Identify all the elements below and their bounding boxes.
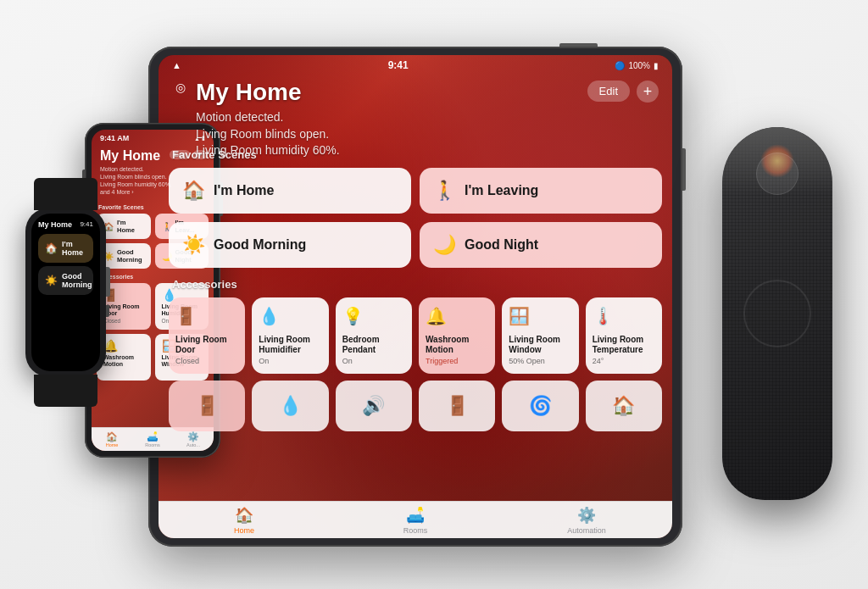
watch-home-label: I'm Home xyxy=(62,240,86,257)
ipad-window-name: Living Room Window xyxy=(509,335,571,355)
watch-side-button[interactable] xyxy=(106,305,109,317)
ipad-humidifier-icon: 💧 xyxy=(259,306,321,326)
ipad-bottom-icon-4: 🚪 xyxy=(446,395,469,417)
watch-tile-im-home[interactable]: 🏠 I'm Home xyxy=(38,234,93,263)
iphone-tab-home-icon: 🏠 xyxy=(106,431,118,442)
ipad-im-leaving-icon: 🚶 xyxy=(433,180,456,202)
ipad-bluetooth-icon: 🔵 xyxy=(615,61,625,70)
iphone-door-name: Living Room Door xyxy=(103,303,144,318)
ipad-acc-pendant[interactable]: 💡 Bedroom Pendant On xyxy=(336,297,412,374)
ipad-im-home-icon: 🏠 xyxy=(182,180,205,202)
ipad-power-button[interactable] xyxy=(682,148,686,191)
ipad-good-night-label: Good Night xyxy=(465,237,538,253)
ipad-pendant-status: On xyxy=(342,357,405,365)
homepod-top-button[interactable] xyxy=(756,153,798,195)
iphone-motion-name: Washroom Motion xyxy=(103,354,144,369)
ipad-good-morning-label: Good Morning xyxy=(214,237,306,253)
watch-band-top xyxy=(34,178,97,210)
ipad-tab-home-label: Home xyxy=(234,526,254,535)
ipad-temp-name: Living Room Temperature xyxy=(593,335,655,355)
ipad: ▲ 9:41 🔵 100% ▮ ◎ My Home Motion detecte… xyxy=(148,47,682,547)
ipad-window-icon: 🪟 xyxy=(509,306,571,326)
ipad-bottom-icon-2: 💧 xyxy=(279,395,302,417)
watch-content: My Home 9:41 🏠 I'm Home ☀️ Good Morning xyxy=(31,214,100,371)
watch-morning-icon: ☀️ xyxy=(45,275,58,286)
ipad-scene-im-leaving[interactable]: 🚶 I'm Leaving xyxy=(420,168,662,214)
watch-header-row: My Home 9:41 xyxy=(38,220,93,229)
ipad-motion-status: Triggered xyxy=(426,357,488,365)
ipad-home-header: My Home Motion detected. Living Room bli… xyxy=(196,79,340,159)
ipad-tab-home-icon: 🏠 xyxy=(235,506,253,525)
ipad-status-left: ▲ xyxy=(172,60,181,70)
ipad-acc-window[interactable]: 🪟 Living Room Window 50% Open xyxy=(502,297,578,374)
ipad-motion-icon: 🔔 xyxy=(426,306,488,326)
ipad-volume-buttons[interactable] xyxy=(559,43,598,47)
ipad-bottom-tile-2[interactable]: 💧 xyxy=(252,381,328,431)
location-icon: ◎ xyxy=(175,81,186,94)
iphone-home-scene-label: I'm Home xyxy=(117,219,144,234)
ipad-temp-status: 24° xyxy=(593,357,655,365)
ipad-im-home-label: I'm Home xyxy=(214,183,274,198)
ipad-bottom-tile-5[interactable]: 🌀 xyxy=(502,381,578,431)
iphone-morning-scene-label: Good Morning xyxy=(117,248,144,264)
ipad-bottom-tile-3[interactable]: 🔊 xyxy=(336,381,412,431)
ipad-acc-motion[interactable]: 🔔 Washroom Motion Triggered xyxy=(419,297,495,374)
ipad-acc-door[interactable]: 🚪 Living Room Door Closed xyxy=(169,297,245,374)
ipad-tab-auto-label: Automation xyxy=(567,526,606,535)
ipad-scene-good-night[interactable]: 🌙 Good Night xyxy=(420,222,662,268)
ipad-bottom-icon-5: 🌀 xyxy=(529,395,552,417)
ipad-subtitle-2: Living Room blinds open. xyxy=(196,126,340,143)
iphone-tab-home-label: Home xyxy=(106,442,119,447)
iphone-door-status: Closed xyxy=(103,318,144,324)
ipad-scene-good-morning[interactable]: ☀️ Good Morning xyxy=(169,222,411,268)
ipad-scenes-grid: 🏠 I'm Home 🚶 I'm Leaving ☀️ Good Morning… xyxy=(169,168,662,268)
ipad-accessories-grid: 🚪 Living Room Door Closed 💧 Living Room … xyxy=(169,297,662,374)
homepod-body xyxy=(722,127,832,500)
homepod xyxy=(711,85,843,500)
ipad-bottom-tile-1[interactable]: 🚪 xyxy=(169,381,245,431)
ipad-status-right: 🔵 100% ▮ xyxy=(615,61,659,70)
iphone-time: 9:41 AM xyxy=(100,134,129,142)
ipad-home-title: My Home xyxy=(196,79,340,106)
ipad-acc-humidifier[interactable]: 💧 Living Room Humidifier On xyxy=(252,297,328,374)
watch-screen: My Home 9:41 🏠 I'm Home ☀️ Good Morning xyxy=(31,214,100,371)
ipad-plus-button[interactable]: + xyxy=(637,81,659,103)
ipad-status-bar: ▲ 9:41 🔵 100% ▮ xyxy=(159,55,672,75)
watch-app-title: My Home xyxy=(38,220,72,229)
ipad-subtitle-1: Motion detected. xyxy=(196,109,340,126)
ipad-door-status: Closed xyxy=(175,357,238,365)
ipad-tab-rooms[interactable]: 🛋️ Rooms xyxy=(330,506,501,535)
ipad-good-night-icon: 🌙 xyxy=(433,234,456,256)
ipad-content: Favorite Scenes 🏠 I'm Home 🚶 I'm Leaving… xyxy=(159,148,672,501)
ipad-temp-icon: 🌡️ xyxy=(593,306,655,326)
ipad-door-icon: 🚪 xyxy=(175,306,238,326)
iphone-tab-home[interactable]: 🏠 Home xyxy=(92,431,132,447)
ipad-tab-automation[interactable]: ⚙️ Automation xyxy=(501,506,672,535)
ipad-bottom-tile-4[interactable]: 🚪 xyxy=(419,381,495,431)
ipad-scene-im-home[interactable]: 🏠 I'm Home xyxy=(169,168,411,214)
ipad-humidifier-name: Living Room Humidifier xyxy=(259,335,321,355)
ipad-bottom-icon-3: 🔊 xyxy=(362,395,385,417)
iphone-tab-rooms-icon: 🛋️ xyxy=(147,431,159,442)
watch-morning-label: Good Morning xyxy=(62,272,92,289)
ipad-tab-bar: 🏠 Home 🛋️ Rooms ⚙️ Automation xyxy=(159,501,672,538)
watch-digital-crown[interactable] xyxy=(106,267,110,297)
ipad-accessories-section-label: Accessories xyxy=(169,278,662,291)
ipad-edit-button[interactable]: Edit xyxy=(587,81,630,102)
ipad-pendant-name: Bedroom Pendant xyxy=(342,335,405,355)
ipad-time: 9:41 xyxy=(388,59,409,71)
watch-tile-good-morning[interactable]: ☀️ Good Morning xyxy=(38,266,93,295)
ipad-battery-icon: ▮ xyxy=(654,61,659,70)
ipad-good-morning-icon: ☀️ xyxy=(182,234,205,256)
watch-time: 9:41 xyxy=(80,220,93,228)
ipad-motion-name: Washroom Motion xyxy=(426,335,488,355)
ipad-screen: ▲ 9:41 🔵 100% ▮ ◎ My Home Motion detecte… xyxy=(159,55,672,538)
watch-home-icon: 🏠 xyxy=(45,242,58,254)
ipad-window-status: 50% Open xyxy=(509,357,571,365)
ipad-tab-rooms-icon: 🛋️ xyxy=(406,506,425,525)
ipad-tab-home[interactable]: 🏠 Home xyxy=(159,506,330,535)
watch-band-bottom xyxy=(34,375,97,407)
ipad-acc-temp[interactable]: 🌡️ Living Room Temperature 24° xyxy=(586,297,662,374)
ipad-bottom-tile-6[interactable]: 🏠 xyxy=(586,381,662,431)
ipad-tab-rooms-label: Rooms xyxy=(403,526,428,535)
